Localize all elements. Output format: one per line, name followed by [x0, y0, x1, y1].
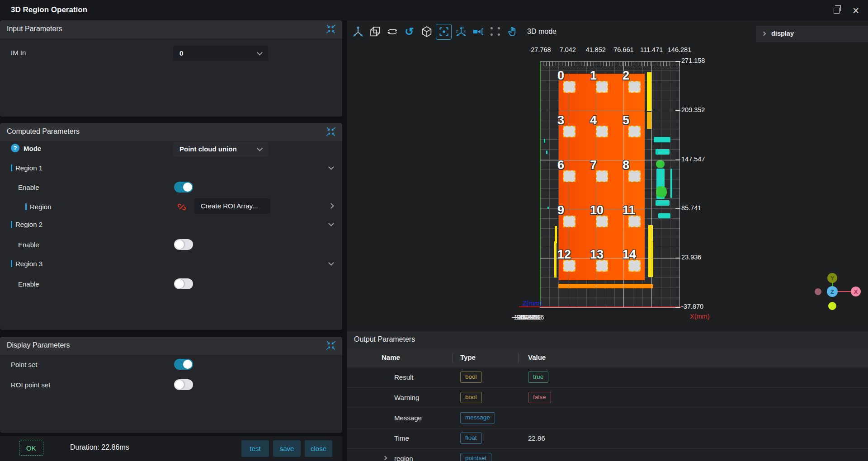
column-separator — [453, 353, 453, 363]
window-title: 3D Region Operation — [11, 5, 87, 14]
roi-marker-number: 10 — [590, 203, 604, 217]
focus-icon[interactable] — [436, 24, 452, 40]
region2-enable-toggle[interactable] — [174, 239, 193, 250]
region2-enable-label: Enable — [18, 241, 39, 249]
gizmo-y[interactable]: Y — [827, 273, 837, 283]
region3-enable-toggle[interactable] — [174, 278, 193, 289]
grid-major-hline — [540, 307, 679, 308]
type-badge: pointset — [460, 453, 491, 461]
y-axis-tick-label: 23.936 — [681, 254, 701, 261]
type-badge: bool — [460, 392, 482, 403]
x-axis-tick-label: 7.042 — [560, 46, 576, 53]
roi-marker-1[interactable] — [596, 81, 608, 93]
roi-marker-3[interactable] — [563, 126, 576, 137]
grid-major-vline — [679, 61, 680, 307]
output-name: Message — [394, 414, 422, 422]
cyan-feature — [654, 137, 670, 142]
highlight-bar — [555, 226, 557, 243]
camera-projection-icon[interactable] — [470, 24, 486, 40]
cyan-feature — [656, 200, 670, 206]
gizmo-x[interactable]: X — [851, 287, 861, 296]
gizmo-neg-x[interactable] — [815, 288, 821, 295]
column-separator — [518, 353, 519, 363]
cyan-feature — [546, 151, 547, 154]
roi-marker-number: 3 — [557, 113, 564, 127]
roi-marker-number: 5 — [623, 113, 629, 127]
iso-box-icon[interactable] — [419, 24, 434, 40]
computed-parameters-section: Computed Parameters ↘↙↗↖ ? Mode Point cl… — [0, 123, 342, 330]
collapse-icon[interactable]: ↘↙↗↖ — [325, 126, 337, 138]
chevron-right-icon[interactable] — [328, 203, 334, 209]
input-parameters-section: Input Parameters ↘↙↗↖ IM In 0 — [0, 20, 342, 117]
roi-marker-8[interactable] — [628, 170, 641, 182]
axes-3d-icon[interactable] — [350, 24, 366, 40]
display-parameters-header: Display Parameters ↘↙↗↖ — [0, 337, 342, 355]
gizmo-z[interactable]: Z — [827, 286, 838, 297]
y-axis-tick-label: 209.352 — [681, 106, 705, 113]
save-button[interactable]: save — [273, 440, 301, 457]
roi-marker-number: 9 — [557, 203, 564, 217]
output-parameters-panel: Output Parameters NameTypeValue Resultbo… — [347, 331, 868, 461]
collapse-icon[interactable]: ↘↙↗↖ — [325, 340, 337, 352]
roi-marker-5[interactable] — [628, 126, 641, 137]
roi-marker-number: 12 — [557, 248, 571, 262]
orbit-icon[interactable] — [384, 24, 400, 40]
im-in-label: IM In — [11, 49, 26, 56]
grid-major-hline — [540, 111, 679, 111]
output-row-region: regionpointset — [347, 449, 868, 461]
cyan-feature — [658, 213, 670, 218]
footer-buttons: testsaveclose — [241, 440, 332, 457]
point-set-toggle[interactable] — [174, 359, 193, 370]
roi-point-set-toggle[interactable] — [174, 379, 193, 390]
input-parameters-header: Input Parameters ↘↙↗↖ — [0, 20, 342, 38]
chevron-down-icon[interactable] — [328, 164, 334, 170]
xyz-axes-icon[interactable]: YZX — [453, 24, 469, 40]
grid-major-vline — [540, 61, 540, 307]
3d-viewport[interactable]: ↺YZX3D mode display — [347, 20, 868, 331]
roi-marker-9[interactable] — [563, 216, 576, 227]
create-roi-array-button[interactable]: Create ROI Array... — [194, 198, 270, 214]
mode-dropdown[interactable]: Point cloud union — [173, 141, 268, 157]
region1-enable-toggle[interactable] — [174, 182, 193, 193]
reset-rotate-icon[interactable]: ↺ — [401, 24, 417, 40]
svg-text:Z: Z — [456, 29, 458, 33]
axis-gizmo[interactable]: Y Z X — [813, 271, 867, 325]
type-badge: bool — [460, 372, 482, 383]
viewport-toolbar: ↺YZX3D mode — [350, 23, 557, 40]
close-icon[interactable]: × — [849, 5, 863, 16]
grid-major-vline — [651, 61, 652, 307]
roi-marker-4[interactable] — [596, 126, 608, 137]
test-button[interactable]: test — [241, 440, 269, 457]
roi-marker-number: 1 — [590, 69, 597, 83]
roi-marker-number: 8 — [623, 158, 629, 172]
roi-marker-0[interactable] — [563, 81, 576, 93]
roi-marker-2[interactable] — [628, 81, 641, 93]
roi-marker-7[interactable] — [596, 170, 608, 182]
help-icon[interactable]: ? — [11, 144, 19, 152]
restore-window-icon[interactable] — [830, 5, 843, 16]
region1-region-label: Region — [30, 203, 52, 211]
display-overlay-panel[interactable]: display — [756, 26, 868, 42]
highlight-bar — [647, 72, 651, 111]
close-button[interactable]: close — [305, 440, 332, 457]
cube-views-icon[interactable] — [367, 24, 383, 40]
gizmo-neg-y[interactable] — [828, 302, 836, 310]
y-axis-tick-label: 271.158 — [681, 57, 705, 64]
output-row-time: Timefloat22.86 — [347, 428, 868, 449]
x-axis-tick-label: 111.471 — [640, 46, 663, 53]
roi-marker-number: 7 — [590, 158, 597, 172]
toggle-knob — [175, 380, 184, 389]
chevron-down-icon[interactable] — [328, 260, 334, 266]
collapse-icon[interactable]: ↘↙↗↖ — [325, 24, 337, 35]
roi-marker-6[interactable] — [563, 170, 576, 182]
region1-group-label: Region 1 — [15, 164, 42, 172]
dots-handle-icon[interactable] — [487, 24, 503, 40]
chevron-down-icon[interactable] — [328, 221, 334, 226]
restore-glyph — [834, 8, 840, 14]
type-badge: float — [460, 433, 482, 444]
expand-chevron-icon[interactable] — [383, 456, 387, 461]
parameter-column: Input Parameters ↘↙↗↖ IM In 0 Computed P… — [0, 20, 342, 461]
pan-hand-icon[interactable] — [505, 24, 520, 40]
im-in-dropdown[interactable]: 0 — [173, 46, 268, 61]
roi-point-set-label: ROI point set — [11, 381, 51, 389]
